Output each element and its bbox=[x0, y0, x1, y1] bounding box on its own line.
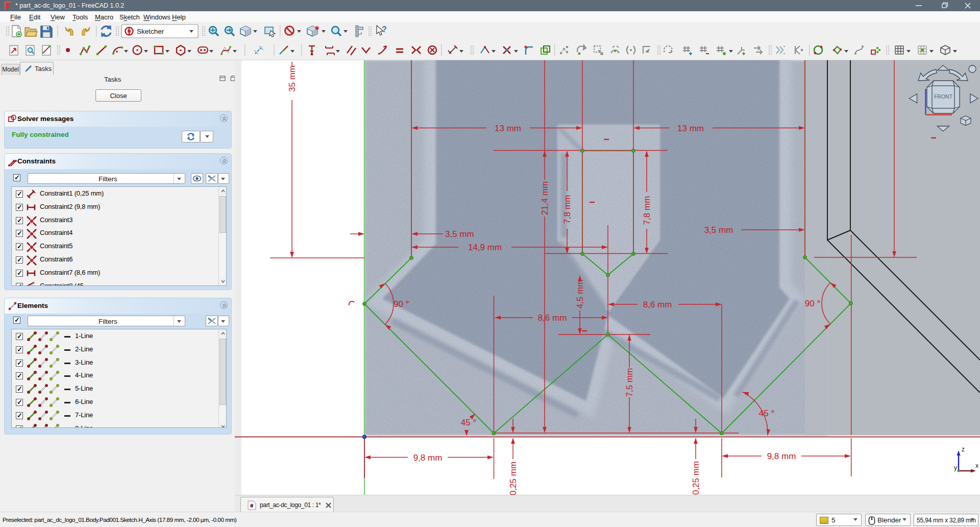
svg-text:3,5 mm: 3,5 mm bbox=[445, 229, 474, 239]
svg-text:14,9 mm: 14,9 mm bbox=[468, 243, 502, 252]
svg-text:9,8 mm: 9,8 mm bbox=[413, 453, 443, 463]
svg-text:x: x bbox=[975, 462, 978, 469]
svg-text:0,25 mm: 0,25 mm bbox=[508, 462, 518, 495]
svg-text:7,8 mm: 7,8 mm bbox=[562, 195, 572, 224]
svg-text:0,25 mm: 0,25 mm bbox=[691, 461, 701, 495]
svg-text:Sketcher: Sketcher bbox=[137, 28, 164, 35]
svg-text:45 °: 45 ° bbox=[759, 409, 774, 418]
svg-text:35 mm: 35 mm bbox=[287, 65, 297, 92]
svg-text:8,6 mm: 8,6 mm bbox=[538, 313, 567, 323]
svg-text:21,4 mm: 21,4 mm bbox=[540, 181, 550, 215]
svg-text:8,6 mm: 8,6 mm bbox=[643, 300, 672, 309]
svg-text:7,8 mm: 7,8 mm bbox=[642, 196, 652, 225]
svg-text:9,8 mm: 9,8 mm bbox=[767, 451, 796, 461]
svg-text:y: y bbox=[954, 464, 957, 471]
svg-text:90 °: 90 ° bbox=[394, 299, 409, 309]
svg-text:FRONT: FRONT bbox=[934, 93, 953, 100]
svg-text:90 °: 90 ° bbox=[805, 299, 820, 308]
svg-text:13 mm: 13 mm bbox=[677, 124, 704, 133]
svg-text:3,5 mm: 3,5 mm bbox=[704, 225, 733, 235]
svg-text:?: ? bbox=[382, 25, 387, 34]
svg-text:z: z bbox=[962, 446, 965, 453]
svg-text:45 °: 45 ° bbox=[461, 418, 476, 427]
svg-text:7,5 mm: 7,5 mm bbox=[625, 368, 634, 397]
svg-text:13 mm: 13 mm bbox=[495, 124, 521, 133]
svg-text:4,5 mm: 4,5 mm bbox=[575, 280, 585, 309]
